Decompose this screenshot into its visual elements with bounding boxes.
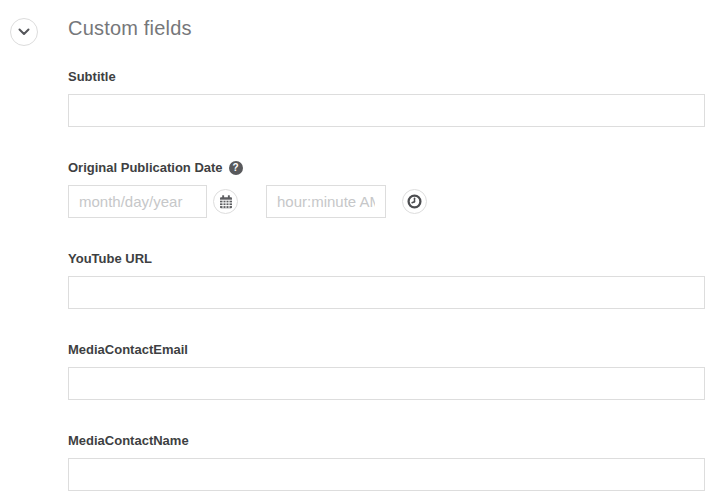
time-picker-button[interactable] xyxy=(402,189,427,214)
calendar-picker-button[interactable] xyxy=(213,189,238,214)
field-media-contact-name: MediaContactName xyxy=(68,433,705,491)
media-contact-name-label: MediaContactName xyxy=(68,433,705,449)
section-title: Custom fields xyxy=(68,17,192,40)
subtitle-label: Subtitle xyxy=(68,69,705,85)
publication-date-input[interactable] xyxy=(68,185,207,218)
custom-fields-section: Custom fields Subtitle Original Publicat… xyxy=(0,0,716,503)
original-publication-date-label-row: Original Publication Date ? xyxy=(68,160,705,176)
original-publication-date-label: Original Publication Date xyxy=(68,160,223,176)
media-contact-email-input[interactable] xyxy=(68,367,705,400)
field-original-publication-date: Original Publication Date ? xyxy=(68,160,705,218)
help-icon[interactable]: ? xyxy=(229,161,243,175)
collapse-section-button[interactable] xyxy=(10,18,38,46)
youtube-url-label: YouTube URL xyxy=(68,251,705,267)
field-youtube-url: YouTube URL xyxy=(68,251,705,309)
youtube-url-input[interactable] xyxy=(68,276,705,309)
media-contact-name-input[interactable] xyxy=(68,458,705,491)
publication-time-input[interactable] xyxy=(266,185,386,218)
field-media-contact-email: MediaContactEmail xyxy=(68,342,705,400)
chevron-down-icon xyxy=(18,28,30,36)
calendar-icon xyxy=(219,195,233,209)
subtitle-input[interactable] xyxy=(68,94,705,127)
clock-icon xyxy=(407,194,422,209)
datetime-row xyxy=(68,185,705,218)
field-subtitle: Subtitle xyxy=(68,69,705,127)
media-contact-email-label: MediaContactEmail xyxy=(68,342,705,358)
